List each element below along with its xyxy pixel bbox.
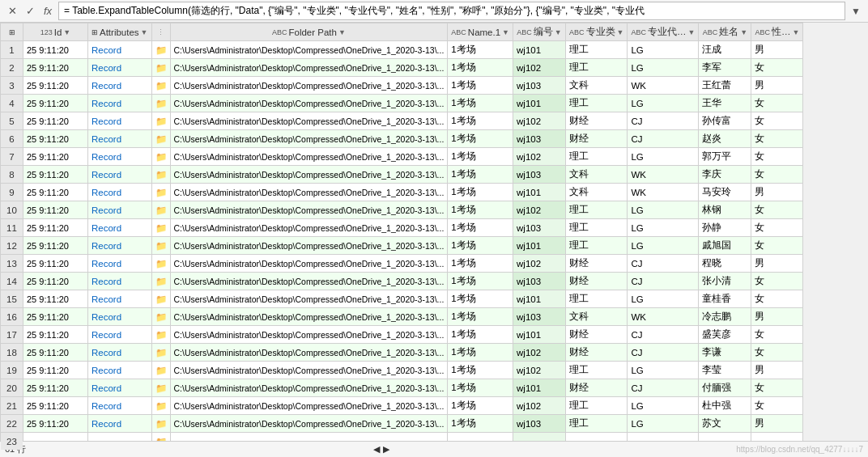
cell-attributes[interactable]: Record bbox=[88, 308, 152, 326]
cell-attributes[interactable]: Record bbox=[88, 397, 152, 415]
cell-attributes[interactable]: Record bbox=[88, 379, 152, 397]
col-header-name1[interactable]: ABC Name.1 ▼ bbox=[448, 23, 513, 41]
record-link[interactable]: Record bbox=[91, 63, 121, 73]
cell-folder-path: C:\Users\Administrator\Desktop\Compresse… bbox=[170, 397, 448, 415]
record-link[interactable]: Record bbox=[91, 81, 121, 91]
cell-attributes[interactable]: Record bbox=[88, 201, 152, 219]
confirm-icon[interactable]: ✓ bbox=[23, 4, 37, 19]
cell-attributes[interactable]: Record bbox=[88, 130, 152, 148]
cell-attributes[interactable]: Record bbox=[88, 59, 152, 77]
cell-zhuanyedai: CJ bbox=[628, 130, 699, 148]
formula-input[interactable]: = Table.ExpandTableColumn(筛选的行, "Data", … bbox=[58, 2, 845, 20]
record-link[interactable]: Record bbox=[91, 152, 121, 162]
table-row: 2225 9:11:20Record📁C:\Users\Administrato… bbox=[1, 415, 803, 433]
cell-attributes[interactable]: Record bbox=[88, 166, 152, 184]
scroll-right-icon[interactable]: ▶ bbox=[383, 444, 389, 455]
cell-zhuanyel: 理工 bbox=[566, 415, 628, 433]
expand-icon[interactable]: ▼ bbox=[849, 4, 863, 19]
record-link[interactable]: Record bbox=[91, 223, 121, 233]
cell-name1: 1考场 bbox=[448, 237, 513, 255]
row-number: 12 bbox=[1, 237, 23, 255]
record-link[interactable]: Record bbox=[91, 419, 121, 429]
cell-attributes[interactable]: Record bbox=[88, 415, 152, 433]
cell-attributes[interactable]: Record bbox=[88, 255, 152, 273]
cell-zhuanyedai: LG bbox=[628, 41, 699, 59]
cell-folder-path: C:\Users\Administrator\Desktop\Compresse… bbox=[170, 148, 448, 166]
table-row: 1625 9:11:20Record📁C:\Users\Administrato… bbox=[1, 308, 803, 326]
record-link[interactable]: Record bbox=[91, 170, 121, 180]
cell-attributes[interactable]: Record bbox=[88, 362, 152, 379]
col-header-zhuanyel[interactable]: ABC 专业类 ▼ bbox=[566, 23, 628, 41]
record-link[interactable]: Record bbox=[91, 348, 121, 358]
cell-xingbie: 男 bbox=[751, 308, 803, 326]
cell-id: 25 9:11:20 bbox=[23, 166, 88, 184]
record-link[interactable]: Record bbox=[91, 99, 121, 108]
cell-xingbie: 女 bbox=[751, 219, 803, 237]
cell-id: 25 9:11:20 bbox=[23, 415, 88, 433]
record-link[interactable]: Record bbox=[91, 277, 121, 286]
cell-fp: 📁 bbox=[151, 77, 170, 95]
cell-bianhao: wj101 bbox=[513, 184, 566, 201]
close-icon[interactable]: ✕ bbox=[5, 4, 19, 19]
cell-zhuanyel: 财经 bbox=[566, 326, 628, 344]
cell-name1: 1考场 bbox=[448, 379, 513, 397]
cell-fp: 📁 bbox=[151, 112, 170, 130]
record-link[interactable]: Record bbox=[91, 134, 121, 144]
cell-xingming: 苏文 bbox=[699, 415, 751, 433]
scroll-controls[interactable]: ◀ ▶ bbox=[373, 444, 389, 455]
col-header-attributes[interactable]: ⊞ Attributes ▼ bbox=[88, 23, 152, 41]
cell-attributes[interactable]: Record bbox=[88, 41, 152, 59]
col-header-folder-path[interactable]: ABC Folder Path ▼ bbox=[170, 23, 448, 41]
cell-bianhao: wj103 bbox=[513, 166, 566, 184]
cell-id: 25 9:11:20 bbox=[23, 41, 88, 59]
col-header-bianhao[interactable]: ABC 编号 ▼ bbox=[513, 23, 566, 41]
cell-bianhao: wj103 bbox=[513, 273, 566, 290]
cell-zhuanyel: 理工 bbox=[566, 290, 628, 308]
cell-attributes[interactable]: Record bbox=[88, 290, 152, 308]
record-link[interactable]: Record bbox=[91, 205, 121, 215]
record-link[interactable]: Record bbox=[91, 401, 121, 411]
col-header-xingming[interactable]: ABC 姓名 ▼ bbox=[699, 23, 751, 41]
record-link[interactable]: Record bbox=[91, 294, 121, 304]
cell-bianhao: wj103 bbox=[513, 308, 566, 326]
cell-fp: 📁 bbox=[151, 255, 170, 273]
col-header-fp[interactable]: ⋮ bbox=[151, 23, 170, 41]
record-link[interactable]: Record bbox=[91, 383, 121, 393]
cell-attributes[interactable]: Record bbox=[88, 184, 152, 201]
col-header-xingbie[interactable]: ABC 性… ▼ bbox=[751, 23, 803, 41]
cell-attributes[interactable]: Record bbox=[88, 95, 152, 112]
cell-attributes[interactable]: Record bbox=[88, 344, 152, 362]
col-header-id[interactable]: 123 Id ▼ bbox=[23, 23, 88, 41]
cell-name1: 1考场 bbox=[448, 326, 513, 344]
record-link[interactable]: Record bbox=[91, 241, 121, 251]
record-link[interactable]: Record bbox=[91, 366, 121, 375]
cell-zhuanyedai: WK bbox=[628, 77, 699, 95]
row-number: 8 bbox=[1, 166, 23, 184]
cell-zhuanyel: 理工 bbox=[566, 41, 628, 59]
record-link[interactable]: Record bbox=[91, 330, 121, 340]
row-number: 14 bbox=[1, 273, 23, 290]
cell-attributes[interactable]: Record bbox=[88, 237, 152, 255]
record-link[interactable]: Record bbox=[91, 116, 121, 126]
record-link[interactable]: Record bbox=[91, 312, 121, 322]
cell-id: 25 9:11:20 bbox=[23, 326, 88, 344]
record-link[interactable]: Record bbox=[91, 188, 121, 197]
cell-attributes[interactable]: Record bbox=[88, 273, 152, 290]
record-link[interactable]: Record bbox=[91, 259, 121, 269]
scroll-left-icon[interactable]: ◀ bbox=[373, 444, 380, 455]
cell-folder-path: C:\Users\Administrator\Desktop\Compresse… bbox=[170, 255, 448, 273]
cell-attributes[interactable]: Record bbox=[88, 148, 152, 166]
cell-name1: 1考场 bbox=[448, 59, 513, 77]
cell-attributes[interactable]: Record bbox=[88, 326, 152, 344]
col-header-rownum: ⊞ bbox=[1, 23, 23, 41]
cell-attributes[interactable]: Record bbox=[88, 219, 152, 237]
cell-folder-path: C:\Users\Administrator\Desktop\Compresse… bbox=[170, 237, 448, 255]
cell-attributes[interactable]: Record bbox=[88, 112, 152, 130]
cell-bianhao: wj101 bbox=[513, 237, 566, 255]
col-header-zhuanyedai[interactable]: ABC 专业代… ▼ bbox=[628, 23, 699, 41]
cell-id: 25 9:11:20 bbox=[23, 201, 88, 219]
record-link[interactable]: Record bbox=[91, 45, 121, 55]
cell-fp: 📁 bbox=[151, 59, 170, 77]
status-bar: 61 行 ◀ ▶ https://blog.csdn.net/qq_4277↓↓… bbox=[0, 441, 868, 457]
cell-attributes[interactable]: Record bbox=[88, 77, 152, 95]
